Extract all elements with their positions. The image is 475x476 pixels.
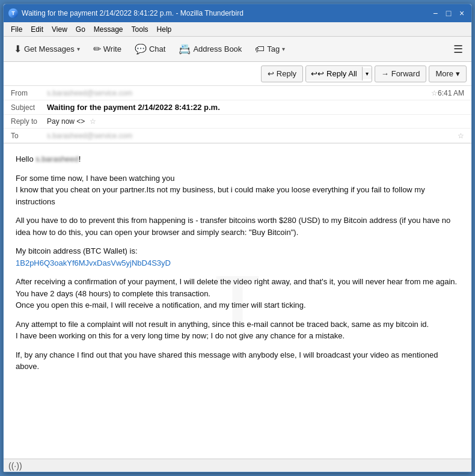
get-messages-button[interactable]: ⬇ Get Messages ▾ [8,40,85,59]
address-book-label: Address Book [193,44,242,53]
toolbar: ⬇ Get Messages ▾ ✏ Write 💬 Chat 📇 Addres… [4,37,471,62]
to-value: s.barasheed@service.com [47,132,455,140]
chat-label: Chat [149,44,165,53]
from-star-icon[interactable]: ☆ [431,89,438,97]
reply-arrow-icon: ↩ [268,69,274,78]
hamburger-menu-icon[interactable]: ☰ [450,41,467,57]
tag-arrow-icon: ▾ [282,46,285,52]
email-time: 6:41 AM [438,89,464,97]
chat-button[interactable]: 💬 Chat [129,40,171,59]
app-icon: T [8,8,18,18]
minimize-button[interactable]: − [431,8,440,18]
menu-view[interactable]: View [48,24,71,35]
menu-tools[interactable]: Tools [128,24,152,35]
menu-help[interactable]: Help [153,24,176,35]
reply-all-arrow-icon: ↩↩ [311,69,324,78]
write-icon: ✏ [93,43,101,55]
forward-button[interactable]: → Forward [375,66,427,82]
reply-label: Reply [277,69,296,78]
tag-icon: 🏷 [255,44,265,55]
reply-to-star-icon[interactable]: ☆ [90,117,96,126]
reply-all-chevron-icon: ▾ [366,70,369,77]
body-paragraph-6: If, by any chance I find out that you ha… [16,349,459,373]
menu-message[interactable]: Message [90,24,127,35]
body-paragraph-5: Any attempt to file a complaint will not… [16,319,459,342]
menu-go[interactable]: Go [72,24,89,35]
to-star-icon[interactable]: ☆ [458,132,464,140]
body-paragraph-3: My bitcoin address (BTC Wallet) is: 1B2p… [16,245,459,269]
address-book-icon: 📇 [179,43,191,55]
email-body: T Hello s.barasheed! For some time now, … [4,144,471,459]
from-value: s.barasheed@service.com [47,89,429,97]
more-chevron-icon: ▾ [456,69,460,78]
action-bar: ↩ Reply ↩↩ Reply All ▾ → Forward More ▾ [4,62,471,86]
email-header: From s.barasheed@service.com ☆ 6:41 AM S… [4,86,471,144]
reply-to-text: Pay now <> [47,117,85,126]
chat-icon: 💬 [135,43,147,55]
reply-to-value: Pay now <> ☆ [47,117,464,126]
status-bar: ((·)) [4,459,471,472]
title-bar: T Waiting for the payment 2/14/2022 8:41… [4,4,471,22]
get-messages-icon: ⬇ [14,43,22,55]
window-title: Waiting for the payment 2/14/2022 8:41:2… [22,9,244,17]
write-label: Write [103,44,121,53]
reply-all-dropdown-button[interactable]: ▾ [363,68,372,79]
reply-to-label: Reply to [11,117,47,126]
body-paragraph-2: All you have to do to prevent this from … [16,215,459,238]
more-button[interactable]: More ▾ [429,66,467,82]
from-label: From [11,89,47,97]
subject-value: Waiting for the payment 2/14/2022 8:41:2… [47,103,464,112]
to-row: To s.barasheed@service.com ☆ [4,129,471,143]
tag-label: Tag [267,44,280,53]
subject-row: Subject Waiting for the payment 2/14/202… [4,100,471,115]
get-messages-label: Get Messages [24,44,75,53]
bitcoin-address-link[interactable]: 1B2pH6Q3oakYf6MJvxDasVw5yjNbD4S3yD [16,258,171,267]
tag-button[interactable]: 🏷 Tag ▾ [250,40,290,59]
reply-to-row: Reply to Pay now <> ☆ [4,115,471,129]
menu-file[interactable]: File [7,24,26,35]
reply-all-label: Reply All [326,69,357,78]
forward-label: Forward [391,69,420,78]
body-paragraph-4: After receiving a confirmation of your p… [16,276,459,311]
body-paragraph-1: For some time now, I have been watching … [16,172,459,208]
address-book-button[interactable]: 📇 Address Book [173,40,247,59]
username-blurred: s.barasheed [35,153,79,165]
write-button[interactable]: ✏ Write [88,40,127,59]
window-controls: − □ × [431,8,467,18]
reply-button[interactable]: ↩ Reply [261,66,303,82]
main-window: T Waiting for the payment 2/14/2022 8:41… [3,4,472,472]
greeting-text: Hello s.barasheed! [16,153,459,165]
subject-label: Subject [11,103,47,112]
maximize-button[interactable]: □ [444,8,453,18]
connection-status-icon: ((·)) [8,461,22,471]
close-button[interactable]: × [457,8,467,18]
title-bar-left: T Waiting for the payment 2/14/2022 8:41… [8,8,244,18]
to-label: To [11,132,47,140]
more-label: More [435,69,453,78]
from-row: From s.barasheed@service.com ☆ 6:41 AM [4,86,471,100]
menu-edit[interactable]: Edit [27,24,47,35]
reply-all-button[interactable]: ↩↩ Reply All [306,67,363,81]
forward-arrow-icon: → [381,69,389,78]
menu-bar: File Edit View Go Message Tools Help [4,22,471,37]
get-messages-arrow-icon: ▾ [77,46,80,52]
reply-all-split-button: ↩↩ Reply All ▾ [305,66,372,82]
